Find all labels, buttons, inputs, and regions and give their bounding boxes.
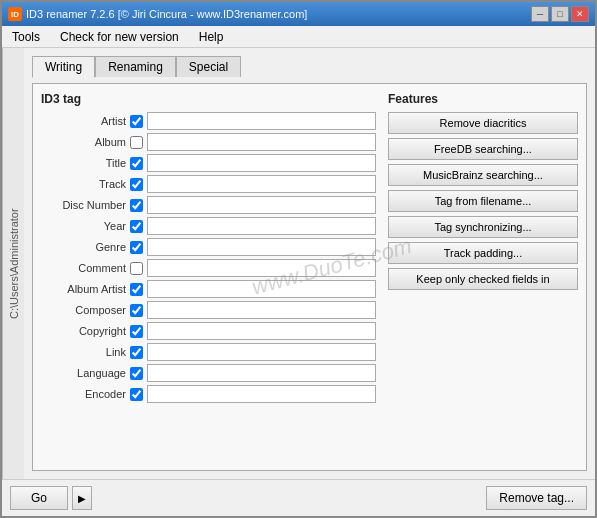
btn-freedb[interactable]: FreeDB searching... [388,138,578,160]
btn-keep-checked-fields[interactable]: Keep only checked fields in [388,268,578,290]
field-row-album-artist: Album Artist [41,280,376,298]
field-checkbox-comment[interactable] [130,262,143,275]
field-input-album-artist[interactable] [147,280,376,298]
field-row-copyright: Copyright [41,322,376,340]
field-input-comment[interactable] [147,259,376,277]
field-checkbox-encoder[interactable] [130,388,143,401]
field-checkbox-album[interactable] [130,136,143,149]
btn-tag-synchronizing[interactable]: Tag synchronizing... [388,216,578,238]
maximize-button[interactable]: □ [551,6,569,22]
field-input-album[interactable] [147,133,376,151]
field-checkbox-composer[interactable] [130,304,143,317]
field-checkbox-language[interactable] [130,367,143,380]
field-label-artist: Artist [41,115,126,127]
bottom-bar: Go ▶ Remove tag... [2,479,595,516]
field-row-title: Title [41,154,376,172]
arrow-button[interactable]: ▶ [72,486,92,510]
field-row-year: Year [41,217,376,235]
field-label-track: Track [41,178,126,190]
title-buttons: ─ □ ✕ [531,6,589,22]
field-input-genre[interactable] [147,238,376,256]
field-label-composer: Composer [41,304,126,316]
field-checkbox-track[interactable] [130,178,143,191]
field-row-encoder: Encoder [41,385,376,403]
app-icon: ID [8,7,22,21]
field-input-year[interactable] [147,217,376,235]
field-label-year: Year [41,220,126,232]
field-input-disc-number[interactable] [147,196,376,214]
left-panel: ID3 tag Artist Album Title [41,92,376,462]
field-row-album: Album [41,133,376,151]
field-checkbox-copyright[interactable] [130,325,143,338]
bottom-left: Go ▶ [10,486,92,510]
field-row-genre: Genre [41,238,376,256]
window-title: ID3 renamer 7.2.6 [© Jiri Cincura - www.… [26,8,307,20]
menu-check-update[interactable]: Check for new version [56,29,183,45]
field-row-comment: Comment [41,259,376,277]
field-label-genre: Genre [41,241,126,253]
main-window: ID ID3 renamer 7.2.6 [© Jiri Cincura - w… [0,0,597,518]
field-label-language: Language [41,367,126,379]
field-label-link: Link [41,346,126,358]
id3-tag-label: ID3 tag [41,92,376,106]
close-button[interactable]: ✕ [571,6,589,22]
menu-bar: Tools Check for new version Help [2,26,595,48]
btn-remove-diacritics[interactable]: Remove diacritics [388,112,578,134]
field-row-language: Language [41,364,376,382]
field-row-artist: Artist [41,112,376,130]
btn-tag-from-filename[interactable]: Tag from filename... [388,190,578,212]
remove-tag-button[interactable]: Remove tag... [486,486,587,510]
main-content: C:\Users\Administrator Writing Renaming … [2,48,595,479]
field-input-encoder[interactable] [147,385,376,403]
menu-tools[interactable]: Tools [8,29,44,45]
field-label-copyright: Copyright [41,325,126,337]
title-bar: ID ID3 renamer 7.2.6 [© Jiri Cincura - w… [2,2,595,26]
title-bar-left: ID ID3 renamer 7.2.6 [© Jiri Cincura - w… [8,7,307,21]
tab-special[interactable]: Special [176,56,241,77]
field-input-title[interactable] [147,154,376,172]
btn-musicbrainz[interactable]: MusicBrainz searching... [388,164,578,186]
field-row-track: Track [41,175,376,193]
tab-writing[interactable]: Writing [32,56,95,78]
content-area: Writing Renaming Special ID3 tag Artist [24,48,595,479]
field-row-composer: Composer [41,301,376,319]
tab-content: ID3 tag Artist Album Title [32,83,587,471]
field-label-album-artist: Album Artist [41,283,126,295]
field-label-encoder: Encoder [41,388,126,400]
right-panel: Features Remove diacritics FreeDB search… [388,92,578,462]
menu-help[interactable]: Help [195,29,228,45]
tab-renaming[interactable]: Renaming [95,56,176,77]
field-checkbox-title[interactable] [130,157,143,170]
btn-track-padding[interactable]: Track padding... [388,242,578,264]
field-input-artist[interactable] [147,112,376,130]
field-label-title: Title [41,157,126,169]
go-button[interactable]: Go [10,486,68,510]
field-label-album: Album [41,136,126,148]
field-checkbox-disc-number[interactable] [130,199,143,212]
field-checkbox-artist[interactable] [130,115,143,128]
field-input-composer[interactable] [147,301,376,319]
field-input-link[interactable] [147,343,376,361]
field-checkbox-album-artist[interactable] [130,283,143,296]
field-input-language[interactable] [147,364,376,382]
side-label: C:\Users\Administrator [2,48,24,479]
field-row-link: Link [41,343,376,361]
field-input-copyright[interactable] [147,322,376,340]
field-checkbox-link[interactable] [130,346,143,359]
field-checkbox-genre[interactable] [130,241,143,254]
field-row-disc-number: Disc Number [41,196,376,214]
field-checkbox-year[interactable] [130,220,143,233]
tab-bar: Writing Renaming Special [32,56,587,77]
minimize-button[interactable]: ─ [531,6,549,22]
field-input-track[interactable] [147,175,376,193]
features-label: Features [388,92,578,106]
field-label-comment: Comment [41,262,126,274]
field-label-disc-number: Disc Number [41,199,126,211]
